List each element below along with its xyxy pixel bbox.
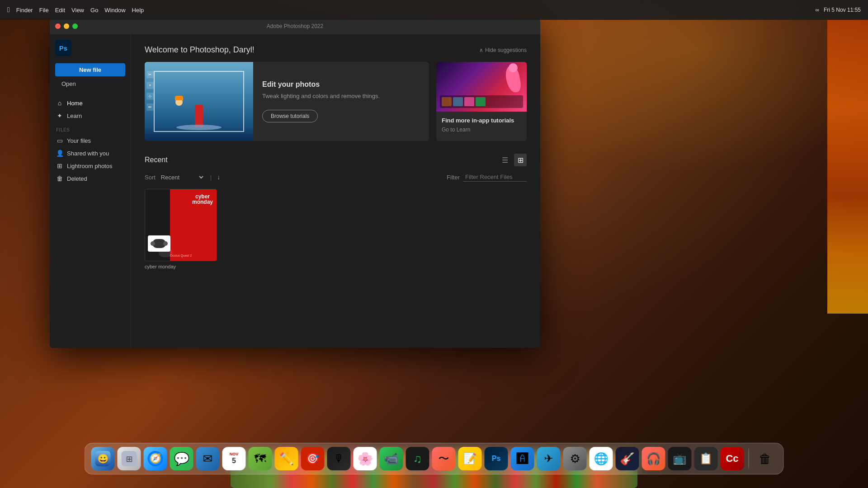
person-body: [195, 105, 203, 127]
dock-testflight[interactable]: ✈: [537, 447, 561, 470]
file-thumbnail: cyber monday Oculus Quest 2: [145, 189, 217, 261]
files-section-label: FILES: [50, 122, 131, 134]
dock-facetime[interactable]: 📹: [380, 447, 403, 470]
dock-photos[interactable]: 🌸: [354, 447, 377, 470]
sidebar-item-home[interactable]: ⌂ Home: [50, 97, 131, 109]
tool-icon-1: ✂: [146, 71, 154, 78]
menubar-window[interactable]: Window: [104, 7, 125, 14]
open-button[interactable]: Open: [55, 78, 125, 89]
lightroom-icon: ⊞: [56, 162, 63, 169]
wifi-icon: ∞: [815, 7, 819, 13]
dock-trash[interactable]: 🗑: [754, 447, 777, 470]
menubar-finder[interactable]: Finder: [16, 7, 33, 14]
sidebar-item-lightroom[interactable]: ⊞ Lightroom photos: [50, 160, 131, 172]
filter-input[interactable]: [463, 173, 527, 182]
oculus-label: Oculus Quest 2: [145, 254, 217, 257]
menubar-items: Finder File Edit View Go Window Help: [16, 7, 144, 14]
your-files-icon: ▭: [56, 137, 63, 144]
right-decoration: [827, 20, 868, 314]
dock-headphone-app[interactable]: 🎧: [642, 447, 665, 470]
dock-capo[interactable]: 〜: [432, 447, 456, 470]
garageband-icon: 🎸: [620, 452, 635, 466]
tool-icons: ✂ + ⊹ ✏: [146, 71, 154, 111]
dock-calendar[interactable]: NOV5: [222, 447, 246, 470]
dock-tuner[interactable]: 🎙: [327, 447, 351, 470]
sidebar-item-learn[interactable]: ✦ Learn: [50, 109, 131, 122]
dock-divider: [749, 449, 749, 469]
clock: Fri 5 Nov 11:55: [824, 7, 861, 13]
sidebar-item-your-files[interactable]: ▭ Your files: [50, 134, 131, 147]
hat: [175, 96, 183, 100]
trash-icon: 🗑: [56, 175, 63, 182]
dock-freeform[interactable]: ✏️: [275, 447, 298, 470]
new-file-button[interactable]: New file: [55, 63, 125, 76]
dock-garageband[interactable]: 🎸: [616, 447, 639, 470]
dock-clipboard[interactable]: 📋: [694, 447, 718, 470]
sort-divider: |: [210, 174, 212, 181]
menubar-right: ∞ Fri 5 Nov 11:55: [815, 7, 861, 13]
dock-finder[interactable]: 😀: [91, 447, 115, 470]
safari-icon: 🧭: [148, 451, 163, 466]
close-button[interactable]: [55, 23, 61, 29]
menubar-edit[interactable]: Edit: [55, 7, 65, 14]
photoshop-window: Adobe Photoshop 2022 Ps New file Open ⌂ …: [50, 18, 540, 348]
menubar-view[interactable]: View: [71, 7, 84, 14]
svg-text:😀: 😀: [97, 453, 108, 464]
list-item[interactable]: cyber monday Oculus Quest 2: [145, 189, 217, 269]
dock-system-prefs[interactable]: ⚙: [563, 447, 587, 470]
view-toggle: ☰ ⊞: [499, 154, 527, 166]
dock-photoshop[interactable]: Ps: [485, 447, 508, 470]
menubar-file[interactable]: File: [39, 7, 49, 14]
sort-direction-button[interactable]: ↓: [217, 174, 220, 181]
dock-launchpad[interactable]: ⊞: [118, 447, 141, 470]
dock-chrome[interactable]: 🌐: [590, 447, 613, 470]
side-card-text: Find more in-app tutorials Go to Learn: [436, 112, 527, 141]
kayak: [176, 125, 222, 130]
dock-messages[interactable]: 💬: [170, 447, 193, 470]
apple-menu[interactable]: : [7, 6, 10, 14]
dock-safari[interactable]: 🧭: [144, 447, 167, 470]
maximize-button[interactable]: [72, 23, 78, 29]
list-view-button[interactable]: ☰: [499, 154, 511, 166]
testflight-icon: ✈: [544, 452, 553, 465]
minimize-button[interactable]: [64, 23, 69, 29]
thumbnail-strip: [440, 95, 523, 108]
main-content-area: ☁ ⌕ ⊞ D Welcome to Photoshop, Daryl! ∧ H…: [131, 34, 540, 348]
welcome-title: Welcome to Photoshop, Daryl!: [145, 45, 255, 55]
creative-cloud-icon: Cc: [726, 453, 738, 465]
side-card-title: Find more in-app tutorials: [442, 117, 521, 124]
dock-mail[interactable]: ✉: [196, 447, 220, 470]
dock-maps[interactable]: 🗺: [249, 447, 272, 470]
flamingo-head: [509, 63, 518, 72]
go-to-learn-link[interactable]: Go to Learn: [442, 127, 521, 133]
tuner-icon: 🎙: [334, 452, 344, 465]
tutorials-card[interactable]: Find more in-app tutorials Go to Learn: [436, 62, 527, 141]
dock-spotify[interactable]: ♫: [406, 447, 429, 470]
dock-red-icon[interactable]: 🎯: [301, 447, 325, 470]
sidebar-item-shared[interactable]: 👤 Shared with you: [50, 147, 131, 160]
grid-view-button[interactable]: ⊞: [514, 154, 527, 166]
headphone-icon: 🎧: [646, 452, 661, 466]
sidebar-item-deleted[interactable]: 🗑 Deleted: [50, 172, 131, 185]
hide-suggestions-button[interactable]: ∧ Hide suggestions: [479, 47, 527, 53]
dock-screen-recorder[interactable]: 📺: [668, 447, 692, 470]
dock-creative-cloud[interactable]: Cc: [721, 447, 744, 470]
messages-icon: 💬: [174, 451, 189, 466]
menubar-help[interactable]: Help: [132, 7, 144, 14]
app-content: Ps New file Open ⌂ Home ✦ Learn FILES ▭ …: [50, 34, 540, 348]
headset2: [159, 248, 172, 257]
window-titlebar: Adobe Photoshop 2022: [50, 18, 540, 34]
ps-dock-icon: Ps: [492, 455, 501, 463]
mail-icon: ✉: [203, 452, 213, 466]
dock-appstore[interactable]: 🅰: [511, 447, 534, 470]
sidebar-item-learn-label: Learn: [67, 113, 82, 119]
sort-select[interactable]: Recent Name Date Modified: [159, 174, 205, 181]
edit-photos-card[interactable]: ✂ + ⊹ ✏ Edit your photos Tweak lighting …: [145, 62, 429, 141]
file-name: cyber monday: [145, 264, 217, 269]
menubar-go[interactable]: Go: [90, 7, 98, 14]
traffic-lights: [55, 23, 78, 29]
dock-notes[interactable]: 📝: [458, 447, 482, 470]
filter-area: Filter: [447, 173, 527, 182]
sort-label: Sort: [145, 174, 156, 181]
browse-tutorials-button[interactable]: Browse tutorials: [262, 110, 318, 122]
